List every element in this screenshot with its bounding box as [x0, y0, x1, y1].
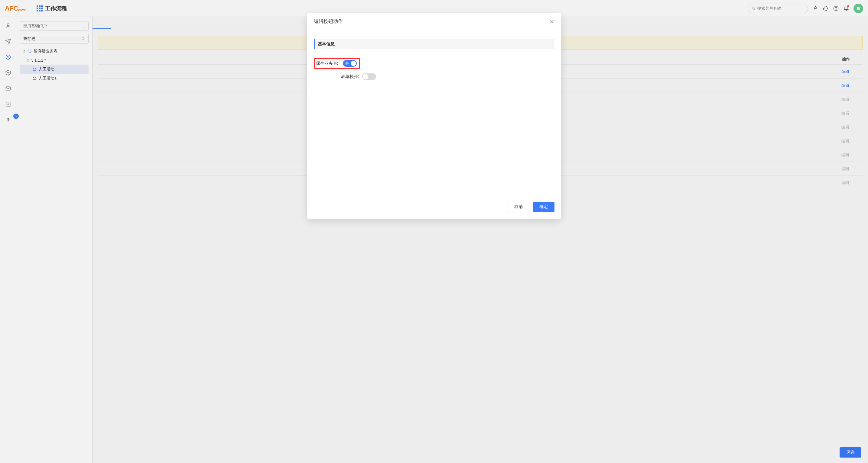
switch-on-text: 是	[345, 61, 349, 66]
field-save-business-form: 保存业务表: 是	[314, 57, 555, 70]
save-business-form-switch[interactable]: 是	[343, 60, 357, 67]
form-validation-switch[interactable]	[362, 73, 376, 80]
section-basic-info: 基本信息	[314, 39, 555, 49]
form-validation-label: 表单校验:	[314, 74, 362, 79]
highlight-annotation: 保存业务表: 是	[314, 58, 361, 69]
modal-overlay: 编辑按钮动作 ✕ 基本信息 保存业务表: 是 表单校验:	[0, 0, 868, 463]
field-form-validation: 表单校验:	[314, 70, 555, 84]
edit-button-action-modal: 编辑按钮动作 ✕ 基本信息 保存业务表: 是 表单校验:	[307, 13, 561, 219]
modal-title: 编辑按钮动作	[314, 19, 343, 25]
cancel-button[interactable]: 取消	[508, 202, 529, 212]
confirm-button[interactable]: 确定	[533, 202, 555, 212]
close-icon[interactable]: ✕	[549, 18, 555, 25]
save-business-form-label: 保存业务表:	[316, 61, 340, 66]
